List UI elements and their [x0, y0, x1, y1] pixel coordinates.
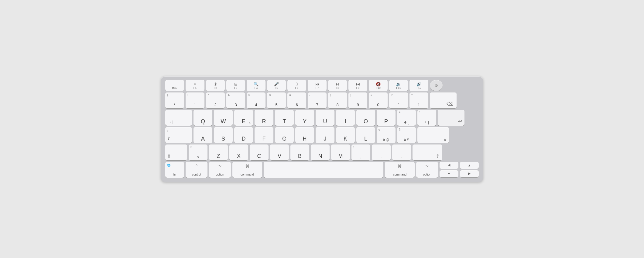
command-right-key[interactable]: ⌘ command	[385, 162, 415, 178]
command-left-key[interactable]: ⌘ command	[232, 162, 262, 178]
control-key[interactable]: ^ control	[186, 162, 207, 178]
t-key[interactable]: T	[275, 110, 294, 126]
q-key[interactable]: Q	[194, 110, 212, 126]
u-key[interactable]: U	[316, 110, 334, 126]
d-key[interactable]: D	[234, 127, 253, 143]
m-key[interactable]: M	[331, 145, 350, 160]
f4-key[interactable]: F4 🔍	[247, 80, 265, 91]
arrow-down-key[interactable]: ▼	[440, 170, 458, 177]
shift-left-key[interactable]: ⇧	[165, 145, 187, 160]
f11-key[interactable]: F11 🔉	[389, 80, 408, 91]
z-key[interactable]: Z	[209, 145, 228, 160]
plus-key[interactable]: * + ]	[417, 110, 436, 126]
k-key[interactable]: K	[336, 127, 355, 143]
function-key-row: esc F1 ☀ F2 ☀ F3 ⊟ F4 🔍 F5 🎤 F6 ☽ F7 ⏮	[165, 80, 479, 91]
7-key[interactable]: / 7	[308, 92, 327, 108]
option-right-key[interactable]: ⌥ option	[416, 162, 438, 178]
h-key[interactable]: H	[295, 127, 314, 143]
a-grave-key[interactable]: § à #	[397, 127, 416, 143]
f8-key[interactable]: F8 ⏯	[328, 80, 347, 91]
enter-key[interactable]: ↩	[438, 110, 464, 126]
f-key[interactable]: F	[255, 127, 273, 143]
fn-key[interactable]: 🌐 fn	[165, 162, 184, 178]
f1-key[interactable]: F1 ☀	[186, 80, 204, 91]
bottom-row: 🌐 fn ^ control ⌥ option ⌘ command ⌘ comm…	[165, 162, 479, 178]
w-key[interactable]: W	[214, 110, 233, 126]
g-key[interactable]: G	[275, 127, 294, 143]
accent-e-key[interactable]: é è [	[397, 110, 416, 126]
greater-less-key[interactable]: > <	[189, 145, 207, 160]
f10-key[interactable]: F10 🔇	[369, 80, 388, 91]
r-key[interactable]: R	[255, 110, 273, 126]
semicolon-key[interactable]: ; ,	[351, 145, 370, 160]
6-key[interactable]: & 6	[287, 92, 306, 108]
return-key[interactable]: ù	[417, 127, 449, 143]
caps-lock-key[interactable]: • ⇪	[165, 127, 192, 143]
colon-key[interactable]: : .	[372, 145, 391, 160]
f7-key[interactable]: F7 ⏮	[308, 80, 327, 91]
y-key[interactable]: Y	[295, 110, 314, 126]
option-left-key[interactable]: ⌥ option	[209, 162, 231, 178]
c-cedilla-key[interactable]: ç ò @	[377, 127, 396, 143]
power-key[interactable]: ⏻	[430, 80, 443, 91]
5-key[interactable]: % 5	[267, 92, 286, 108]
j-key[interactable]: J	[316, 127, 334, 143]
v-key[interactable]: V	[270, 145, 289, 160]
esc-key[interactable]: esc	[165, 80, 184, 91]
s-key[interactable]: S	[214, 127, 233, 143]
n-key[interactable]: N	[311, 145, 330, 160]
e-key[interactable]: E €	[234, 110, 253, 126]
0-key[interactable]: = 0	[369, 92, 388, 108]
dash-key[interactable]: – -	[392, 145, 411, 160]
backspace-key[interactable]: ⌫	[430, 92, 457, 108]
backslash-key[interactable]: | \	[165, 92, 184, 108]
i-key[interactable]: I	[336, 110, 355, 126]
f2-key[interactable]: F2 ☀	[206, 80, 225, 91]
3-key[interactable]: £ 3	[226, 92, 245, 108]
f6-key[interactable]: F6 ☽	[287, 80, 306, 91]
f9-key[interactable]: F9 ⏭	[348, 80, 367, 91]
zxcv-row: ⇧ > < Z X C V B N M ; , :	[165, 145, 479, 160]
1-key[interactable]: ! 1	[186, 92, 204, 108]
4-key[interactable]: $ 4	[247, 92, 265, 108]
caret-key[interactable]: ^ ì	[409, 92, 428, 108]
o-key[interactable]: O	[356, 110, 375, 126]
shift-right-key[interactable]: ⇧	[413, 145, 442, 160]
p-key[interactable]: P	[377, 110, 396, 126]
keyboard: esc F1 ☀ F2 ☀ F3 ⊟ F4 🔍 F5 🎤 F6 ☽ F7 ⏮	[161, 76, 483, 182]
2-key[interactable]: " 2	[206, 92, 225, 108]
arrow-left-key[interactable]: ◀	[440, 162, 458, 169]
b-key[interactable]: B	[290, 145, 309, 160]
f3-key[interactable]: F3 ⊟	[226, 80, 245, 91]
asdf-row: • ⇪ A S D F G H J K L ç ò @	[165, 127, 479, 143]
c-key[interactable]: C	[250, 145, 269, 160]
question-key[interactable]: ? '	[389, 92, 408, 108]
arrow-up-key[interactable]: ▲	[460, 162, 479, 169]
arrow-right-key[interactable]: ▶	[460, 170, 479, 177]
f5-key[interactable]: F5 🎤	[267, 80, 286, 91]
f12-key[interactable]: F12 🔊	[409, 80, 428, 91]
x-key[interactable]: X	[229, 145, 248, 160]
number-key-row: | \ ! 1 " 2 £ 3 $ 4 % 5 & 6 / 7	[165, 92, 479, 108]
tab-key[interactable]: →|	[165, 110, 192, 126]
qwerty-row: →| Q W E € R T Y U I O P	[165, 110, 479, 126]
l-key[interactable]: L	[356, 127, 375, 143]
space-key[interactable]	[264, 162, 383, 178]
arrow-keys: ◀ ▲ ▼ ▶	[440, 162, 479, 178]
9-key[interactable]: ) 9	[348, 92, 367, 108]
a-key[interactable]: A	[194, 127, 212, 143]
8-key[interactable]: ( 8	[328, 92, 347, 108]
